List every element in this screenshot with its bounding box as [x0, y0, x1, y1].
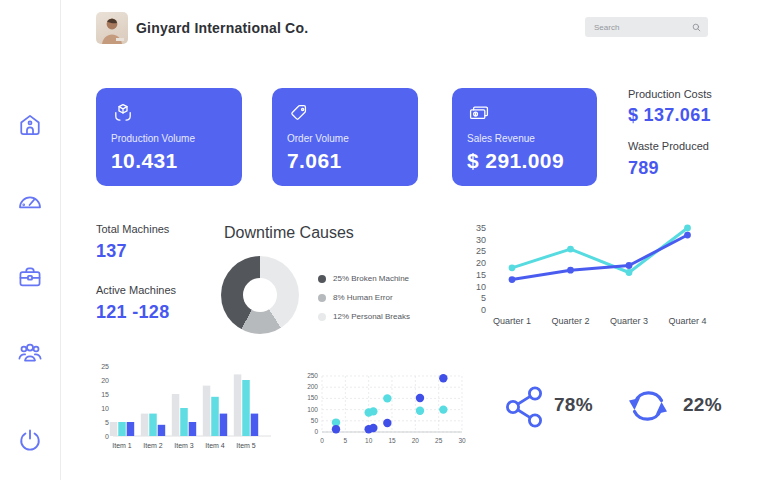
- kpi-value: 7.061: [287, 149, 403, 173]
- svg-text:5: 5: [481, 293, 486, 303]
- power-icon: [16, 426, 44, 454]
- kpi-card-order-volume: Order Volume 7.061: [272, 88, 418, 186]
- kpi-value: 10.431: [111, 149, 227, 173]
- svg-text:0: 0: [105, 433, 109, 440]
- svg-text:20: 20: [412, 437, 420, 444]
- kpi-label: Sales Revenue: [467, 133, 582, 144]
- svg-text:15: 15: [101, 391, 109, 398]
- svg-text:Quarter 1: Quarter 1: [493, 316, 531, 326]
- dashboard-window: Ginyard International Co. Production Vol…: [0, 0, 768, 480]
- total-machines-value: 137: [96, 241, 127, 262]
- cash-icon: [467, 101, 582, 125]
- scatter-plot: 051015202530050100150200250: [298, 364, 476, 454]
- page-title: Ginyard International Co.: [136, 20, 308, 36]
- donut-legend: 25% Broken Machine 8% Human Error 12% Pe…: [318, 269, 410, 326]
- svg-text:200: 200: [307, 383, 318, 390]
- legend-dot-human-error: [318, 294, 326, 302]
- svg-text:Item 4: Item 4: [205, 442, 225, 449]
- box-in-hands-icon: [111, 101, 227, 125]
- svg-text:50: 50: [311, 417, 319, 424]
- sidebar-item-logout[interactable]: [16, 426, 44, 454]
- svg-text:250: 250: [307, 372, 318, 379]
- svg-text:20: 20: [101, 377, 109, 384]
- search-box[interactable]: [585, 17, 708, 37]
- svg-text:0: 0: [314, 428, 318, 435]
- svg-text:25: 25: [476, 246, 486, 256]
- waste-produced-value: 789: [628, 158, 659, 179]
- svg-text:10: 10: [365, 437, 373, 444]
- total-machines-label: Total Machines: [96, 223, 169, 235]
- waste-produced-label: Waste Produced: [628, 140, 709, 152]
- sidebar-item-home[interactable]: [16, 111, 44, 139]
- legend-label: 12% Personal Breaks: [333, 312, 410, 321]
- sidebar-item-team[interactable]: [16, 338, 44, 366]
- svg-text:15: 15: [476, 270, 486, 280]
- production-costs-label: Production Costs: [628, 88, 712, 100]
- svg-text:5: 5: [105, 419, 109, 426]
- svg-text:35: 35: [476, 223, 486, 233]
- production-costs-value: $ 137.061: [628, 105, 711, 126]
- refresh-icon: [624, 383, 672, 431]
- sidebar: [0, 0, 61, 480]
- legend-item: 25% Broken Machine: [318, 269, 410, 288]
- legend-dot-personal-breaks: [318, 313, 326, 321]
- svg-text:20: 20: [476, 258, 486, 268]
- legend-label: 8% Human Error: [333, 293, 393, 302]
- active-machines-label: Active Machines: [96, 284, 176, 296]
- legend-item: 8% Human Error: [318, 288, 410, 307]
- active-machines-value: 121 -128: [96, 302, 169, 323]
- svg-text:Item 2: Item 2: [143, 442, 163, 449]
- sidebar-item-dashboard[interactable]: [16, 188, 44, 216]
- kpi-card-production-volume: Production Volume 10.431: [96, 88, 242, 186]
- avatar-image: [96, 12, 128, 44]
- legend-label: 25% Broken Machine: [333, 274, 409, 283]
- svg-text:10: 10: [101, 405, 109, 412]
- svg-text:Item 3: Item 3: [174, 442, 194, 449]
- search-icon: [692, 18, 701, 36]
- kpi-card-sales-revenue: Sales Revenue $ 291.009: [452, 88, 597, 186]
- svg-text:Quarter 3: Quarter 3: [610, 316, 648, 326]
- price-tag-icon: [287, 101, 403, 125]
- svg-text:25: 25: [101, 363, 109, 370]
- quarterly-line-chart: 05101520253035Quarter 1Quarter 2Quarter …: [452, 220, 758, 334]
- gauge-icon: [16, 188, 44, 216]
- svg-text:0: 0: [481, 305, 486, 315]
- items-bar-chart: 0510152025Item 1Item 2Item 3Item 4Item 5: [93, 360, 275, 458]
- share-icon: [503, 384, 547, 430]
- svg-text:Item 1: Item 1: [112, 442, 132, 449]
- kpi-label: Order Volume: [287, 133, 403, 144]
- svg-text:30: 30: [458, 437, 466, 444]
- svg-text:15: 15: [388, 437, 396, 444]
- refresh-percentage: 22%: [683, 394, 722, 416]
- kpi-value: $ 291.009: [467, 149, 582, 173]
- legend-dot-broken-machine: [318, 275, 326, 283]
- svg-text:30: 30: [476, 235, 486, 245]
- donut-chart-title: Downtime Causes: [224, 224, 354, 242]
- home-icon: [16, 111, 44, 139]
- svg-text:10: 10: [476, 282, 486, 292]
- donut-chart: [221, 256, 299, 334]
- svg-text:100: 100: [307, 406, 318, 413]
- briefcase-icon: [16, 263, 44, 291]
- svg-text:150: 150: [307, 394, 318, 401]
- users-icon: [16, 338, 44, 366]
- svg-text:Item 5: Item 5: [236, 442, 256, 449]
- search-input[interactable]: [592, 22, 692, 33]
- svg-text:Quarter 4: Quarter 4: [668, 316, 706, 326]
- avatar[interactable]: [96, 12, 128, 44]
- legend-item: 12% Personal Breaks: [318, 307, 410, 326]
- svg-text:Quarter 2: Quarter 2: [551, 316, 589, 326]
- share-percentage: 78%: [554, 394, 593, 416]
- kpi-label: Production Volume: [111, 133, 227, 144]
- svg-text:5: 5: [344, 437, 348, 444]
- sidebar-item-machines[interactable]: [16, 263, 44, 291]
- svg-text:0: 0: [320, 437, 324, 444]
- svg-text:25: 25: [435, 437, 443, 444]
